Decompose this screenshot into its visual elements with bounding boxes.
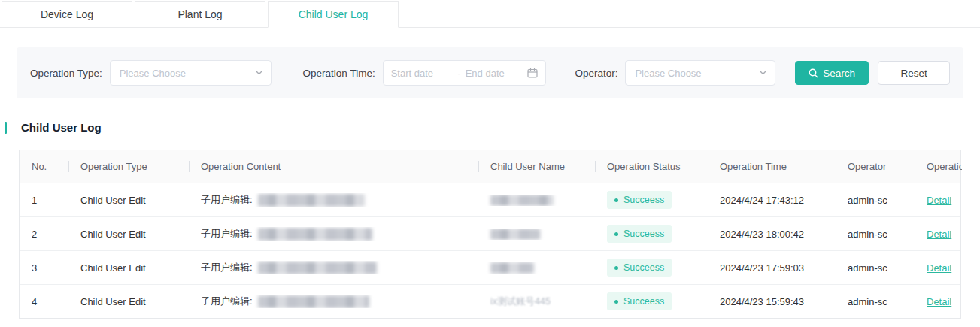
operation-time-label: Operation Time: [303, 68, 375, 79]
status-label: Succeess [623, 262, 664, 273]
cell-operation-time: 2024/4/23 17:59:03 [708, 262, 836, 274]
search-button-label: Search [823, 68, 855, 79]
status-badge: Succeess [607, 292, 672, 310]
cell-no: 4 [20, 296, 68, 307]
redacted-name-block [490, 195, 554, 206]
tab-bar: Device Log Plant Log Child User Log [0, 0, 980, 28]
cell-operation-content: 子用户编辑: [189, 261, 478, 274]
column-header-operation-content: Operation Content [189, 161, 478, 172]
chevron-down-icon [255, 70, 263, 75]
cell-operation-type: Child User Edit [68, 229, 189, 240]
cell-child-user-name: ix测试账号445 [478, 295, 595, 308]
detail-link[interactable]: Detail [927, 195, 951, 206]
cell-operator: admin-sc [836, 262, 915, 274]
cell-no: 1 [20, 195, 68, 206]
cell-operator: admin-sc [836, 195, 915, 206]
operation-type-label: Operation Type: [30, 68, 102, 79]
detail-link[interactable]: Detail [927, 229, 951, 240]
table-header-row: No. Operation Type Operation Content Chi… [20, 150, 960, 183]
cell-operation-type: Child User Edit [68, 296, 189, 307]
redacted-content-block [258, 262, 377, 274]
cell-operation-status: Succeess [595, 259, 708, 277]
table-row: 4 Child User Edit 子用户编辑: ix测试账号445 Succe… [20, 284, 960, 318]
redacted-content-block [258, 228, 372, 241]
redacted-name-block [490, 229, 540, 240]
cell-operation-content: 子用户编辑: [189, 227, 478, 241]
detail-link[interactable]: Detail [927, 262, 951, 274]
cell-operation-status: Succeess [595, 191, 708, 209]
redacted-name-block [490, 262, 534, 274]
status-badge: Succeess [607, 191, 672, 209]
search-button[interactable]: Search [795, 61, 869, 85]
filter-bar: Operation Type: Please Choose Operation … [17, 47, 963, 98]
operation-content-prefix: 子用户编辑: [201, 193, 253, 207]
chevron-down-icon [759, 70, 767, 75]
child-user-log-table: No. Operation Type Operation Content Chi… [19, 150, 961, 319]
operator-placeholder: Please Choose [635, 68, 701, 79]
column-header-operation: Operation [915, 161, 962, 172]
cell-operation: Detail [915, 262, 962, 274]
column-header-no: No. [20, 161, 68, 172]
section-header: Child User Log [5, 121, 980, 134]
page-title: Child User Log [21, 121, 102, 134]
cell-operator: admin-sc [836, 229, 915, 240]
start-date-placeholder: Start date [391, 68, 454, 79]
cell-operation-status: Succeess [595, 292, 708, 310]
accent-bar [5, 122, 7, 134]
cell-operator: admin-sc [836, 296, 915, 307]
redacted-name-text: ix测试账号445 [490, 295, 551, 308]
detail-link[interactable]: Detail [927, 296, 951, 307]
cell-operation-time: 2024/4/24 17:43:12 [708, 195, 836, 206]
tab-plant-log[interactable]: Plant Log [135, 1, 265, 28]
date-range-separator: - [453, 68, 465, 79]
cell-child-user-name [478, 229, 595, 240]
column-header-operation-type: Operation Type [68, 161, 189, 172]
status-badge: Succeess [607, 259, 672, 277]
tab-device-log[interactable]: Device Log [2, 1, 132, 28]
cell-operation-type: Child User Edit [68, 195, 189, 206]
cell-operation-type: Child User Edit [68, 262, 189, 274]
status-label: Succeess [623, 296, 664, 307]
cell-operation-time: 2024/4/23 15:59:43 [708, 296, 836, 307]
cell-child-user-name [478, 195, 595, 206]
operation-content-prefix: 子用户编辑: [201, 261, 253, 274]
column-header-operation-time: Operation Time [708, 161, 836, 172]
operation-time-range-picker[interactable]: Start date - End date [383, 60, 547, 86]
operator-label: Operator: [575, 68, 617, 79]
status-dot-icon [614, 198, 618, 202]
calendar-icon [527, 68, 538, 78]
table-row: 3 Child User Edit 子用户编辑: Succeess 2024/4… [20, 250, 960, 284]
cell-operation-content: 子用户编辑: [189, 193, 478, 207]
cell-operation-time: 2024/4/23 18:00:42 [708, 229, 836, 240]
end-date-placeholder: End date [466, 68, 528, 79]
status-badge: Succeess [607, 225, 672, 243]
column-header-child-user-name: Child User Name [478, 161, 595, 172]
status-label: Succeess [623, 195, 664, 205]
reset-button[interactable]: Reset [878, 61, 950, 85]
search-icon [809, 68, 818, 78]
cell-operation-content: 子用户编辑: [189, 295, 478, 308]
operation-content-prefix: 子用户编辑: [201, 227, 253, 241]
redacted-content-block [258, 295, 369, 308]
cell-child-user-name [478, 262, 595, 274]
status-dot-icon [614, 300, 618, 304]
cell-operation: Detail [915, 195, 962, 206]
table-row: 2 Child User Edit 子用户编辑: Succeess 2024/4… [20, 216, 960, 250]
operation-type-select[interactable]: Please Choose [110, 60, 272, 86]
redacted-content-block [258, 194, 365, 207]
reset-button-label: Reset [900, 68, 927, 79]
operation-type-placeholder: Please Choose [120, 68, 186, 79]
operation-content-prefix: 子用户编辑: [201, 295, 253, 308]
status-dot-icon [614, 232, 618, 236]
cell-operation: Detail [915, 229, 962, 240]
operator-select[interactable]: Please Choose [625, 60, 775, 86]
column-header-operator: Operator [836, 161, 915, 172]
cell-no: 3 [20, 262, 68, 274]
status-dot-icon [614, 266, 618, 270]
status-label: Succeess [623, 229, 664, 239]
column-header-operation-status: Operation Status [595, 161, 708, 172]
cell-no: 2 [20, 229, 68, 240]
table-row: 1 Child User Edit 子用户编辑: Succeess 2024/4… [20, 183, 960, 216]
tab-child-user-log[interactable]: Child User Log [268, 1, 399, 28]
cell-operation: Detail [915, 296, 962, 307]
